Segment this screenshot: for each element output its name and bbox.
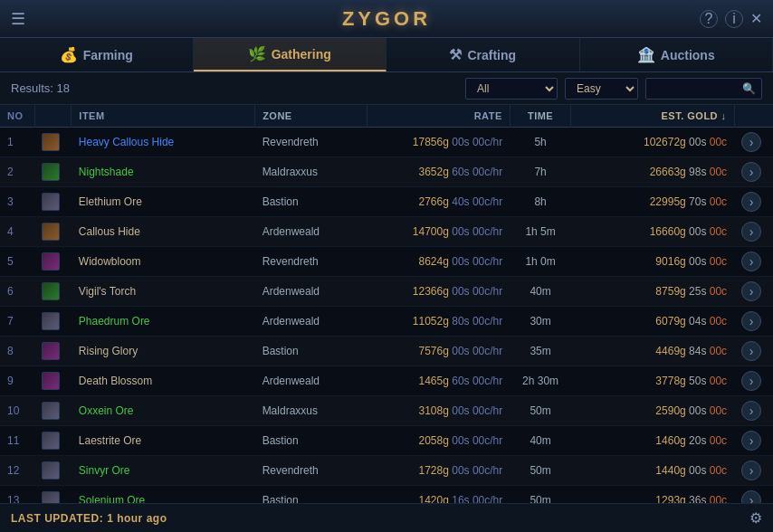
- estgold-gold: 4469g: [655, 345, 685, 357]
- col-header-item[interactable]: ITEM: [72, 105, 255, 128]
- cell-rate: 1465g 60s 00c/hr: [367, 366, 511, 396]
- cell-no: 1: [0, 128, 34, 157]
- close-icon[interactable]: ✕: [750, 10, 762, 27]
- estgold-gold: 1293g: [655, 494, 685, 503]
- row-detail-button[interactable]: ›: [741, 132, 761, 152]
- cell-zone: Bastion: [255, 426, 367, 456]
- search-icon[interactable]: 🔍: [742, 82, 756, 95]
- estgold-gold: 2590g: [655, 404, 685, 417]
- cell-icon: [34, 366, 72, 396]
- info-icon[interactable]: i: [725, 10, 743, 28]
- cell-no: 13: [0, 486, 34, 504]
- item-icon: [42, 461, 60, 480]
- cell-estgold: 22995g 70s 00c: [571, 187, 734, 217]
- rate-gold: 2766g: [419, 195, 449, 208]
- search-input[interactable]: [652, 82, 742, 95]
- estgold-silver: 25s: [686, 285, 707, 298]
- cell-item: Sinvyr Ore: [72, 456, 255, 486]
- row-detail-button[interactable]: ›: [741, 252, 761, 271]
- tab-farming[interactable]: 💰 Farming: [0, 38, 194, 71]
- row-detail-button[interactable]: ›: [741, 192, 761, 212]
- cell-time: 5h: [510, 128, 571, 157]
- row-detail-button[interactable]: ›: [741, 401, 761, 421]
- cell-time: 40m: [510, 277, 571, 307]
- cell-action: ›: [734, 187, 773, 217]
- tab-crafting[interactable]: ⚒ Crafting: [386, 38, 580, 71]
- col-header-rate[interactable]: RATE: [367, 105, 511, 128]
- cell-icon: [34, 486, 72, 504]
- estgold-silver: 84s: [686, 345, 707, 357]
- auctions-tab-icon: 🏦: [637, 46, 655, 63]
- estgold-copper: 00c: [706, 375, 727, 387]
- cell-no: 9: [0, 366, 34, 396]
- tab-gathering[interactable]: 🌿 Gathering: [194, 38, 387, 71]
- item-icon: [42, 133, 60, 151]
- rate-gold: 1728g: [419, 464, 449, 477]
- row-detail-button[interactable]: ›: [741, 162, 761, 182]
- rate-gold: 11052g: [413, 315, 449, 328]
- row-detail-button[interactable]: ›: [741, 281, 761, 301]
- rate-rest: 60s 00c/hr: [449, 375, 502, 387]
- last-updated: LAST UPDATED: 1 hour ago: [11, 512, 167, 525]
- item-icon: [42, 342, 60, 360]
- gathering-tab-label: Gathering: [272, 47, 331, 62]
- item-icon: [42, 491, 60, 503]
- item-icon: [42, 163, 60, 181]
- cell-item: Vigil's Torch: [72, 277, 255, 307]
- cell-no: 6: [0, 277, 34, 307]
- row-detail-button[interactable]: ›: [741, 461, 761, 480]
- farming-tab-icon: 💰: [60, 46, 78, 63]
- cell-icon: [34, 307, 72, 337]
- row-detail-button[interactable]: ›: [741, 371, 761, 391]
- cell-zone: Revendreth: [255, 247, 367, 277]
- cell-time: 8h: [510, 187, 571, 217]
- row-detail-button[interactable]: ›: [741, 431, 761, 451]
- col-header-estgold[interactable]: EST. GOLD ↓: [571, 105, 734, 128]
- tab-auctions[interactable]: 🏦 Auctions: [580, 38, 774, 71]
- col-header-time[interactable]: TIME: [510, 105, 571, 128]
- cell-zone: Ardenweald: [255, 217, 367, 247]
- estgold-silver: 00s: [686, 404, 707, 417]
- item-icon: [42, 252, 60, 271]
- estgold-gold: 1460g: [655, 434, 685, 447]
- estgold-gold: 26663g: [650, 166, 686, 178]
- rate-gold: 14700g: [413, 225, 449, 238]
- rate-gold: 8624g: [419, 255, 449, 268]
- row-detail-button[interactable]: ›: [741, 341, 761, 361]
- auctions-tab-label: Auctions: [661, 48, 715, 62]
- cell-time: 7h: [510, 157, 571, 187]
- cell-rate: 2766g 40s 00c/hr: [367, 187, 511, 217]
- cell-zone: Revendreth: [255, 456, 367, 486]
- cell-item: Widowbloom: [72, 247, 255, 277]
- cell-time: 30m: [510, 307, 571, 337]
- row-detail-button[interactable]: ›: [741, 222, 761, 242]
- cell-zone: Revendreth: [255, 128, 367, 157]
- menu-icon[interactable]: ☰: [11, 9, 25, 29]
- cell-estgold: 1293g 36s 00c: [571, 486, 734, 504]
- col-header-zone[interactable]: ZONE: [255, 105, 367, 128]
- estgold-gold: 1440g: [655, 464, 685, 477]
- rate-gold: 1465g: [419, 375, 449, 387]
- cell-rate: 1728g 00s 00c/hr: [367, 456, 511, 486]
- cell-item: Callous Hide: [72, 217, 255, 247]
- rate-rest: 00s 00c/hr: [449, 345, 502, 357]
- row-detail-button[interactable]: ›: [741, 490, 761, 503]
- rate-rest: 00s 00c/hr: [449, 255, 502, 268]
- help-icon[interactable]: ?: [700, 10, 718, 28]
- settings-icon[interactable]: ⚙: [749, 509, 762, 527]
- estgold-copper: 00c: [706, 494, 727, 503]
- filter-bar: Results: 18 All Revendreth Bastion Arden…: [0, 72, 773, 105]
- cell-action: ›: [734, 456, 773, 486]
- cell-estgold: 1440g 00s 00c: [571, 456, 734, 486]
- table-row: 6 Vigil's Torch Ardenweald 12366g 00s 00…: [0, 277, 773, 307]
- item-icon: [42, 372, 60, 390]
- zone-filter[interactable]: All Revendreth Bastion Ardenweald Maldra…: [465, 78, 558, 100]
- item-icon: [42, 193, 60, 211]
- estgold-gold: 8759g: [655, 285, 685, 298]
- difficulty-filter[interactable]: Easy Medium Hard: [565, 78, 638, 100]
- rate-rest: 00s 00c/hr: [449, 464, 502, 477]
- row-detail-button[interactable]: ›: [741, 311, 761, 331]
- cell-action: ›: [734, 277, 773, 307]
- crafting-tab-label: Crafting: [467, 48, 516, 62]
- rate-rest: 00s 00c/hr: [449, 225, 502, 238]
